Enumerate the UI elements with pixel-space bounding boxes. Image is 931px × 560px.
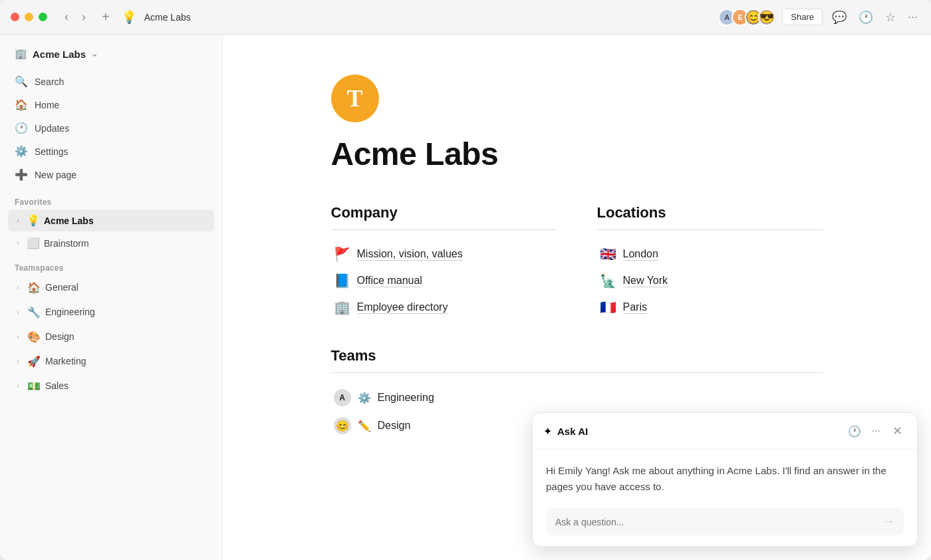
ask-ai-history-button[interactable]: 🕐 bbox=[845, 424, 864, 439]
sidebar-item-label: Settings bbox=[35, 146, 68, 157]
titlebar: ‹ › + 💡 Acme Labs A E 😊 😎 Share 💬 🕐 ☆ ··… bbox=[0, 0, 931, 35]
traffic-lights bbox=[11, 13, 47, 21]
new-tab-button[interactable]: + bbox=[98, 7, 114, 27]
comment-button[interactable]: 💬 bbox=[829, 7, 849, 27]
sidebar-item-label: Updates bbox=[35, 123, 69, 134]
ask-ai-input[interactable] bbox=[555, 517, 877, 527]
workspace-button[interactable]: 🏢 Acme Labs ⌄ bbox=[8, 43, 214, 65]
page-body: T Acme Labs Company 🚩 Mission, vision, v… bbox=[278, 35, 876, 466]
link-label: Office manual bbox=[357, 275, 422, 287]
sidebar-item-settings[interactable]: ⚙️ Settings bbox=[8, 140, 214, 162]
sidebar-item-new-page[interactable]: ➕ New page bbox=[8, 164, 214, 186]
teamspace-general[interactable]: › 🏠 General bbox=[8, 275, 214, 299]
team-label: Design bbox=[378, 420, 411, 432]
favorites-tree: › 💡 Acme Labs › ⬜ Brainstorm bbox=[0, 210, 222, 254]
chevron-right-icon: › bbox=[13, 217, 23, 224]
close-button[interactable] bbox=[11, 13, 19, 21]
link-label: Employee directory bbox=[357, 301, 448, 314]
main-area: 🏢 Acme Labs ⌄ 🔍 Search 🏠 Home 🕐 Updates bbox=[0, 35, 931, 560]
statue-icon: 🗽 bbox=[600, 273, 616, 289]
team-avatar: 😊 bbox=[334, 417, 351, 434]
favorites-label: Favorites bbox=[0, 188, 222, 210]
sidebar-item-search[interactable]: 🔍 Search bbox=[8, 70, 214, 92]
minimize-button[interactable] bbox=[25, 13, 33, 21]
uk-flag-icon: 🇬🇧 bbox=[600, 246, 616, 262]
ask-ai-header: ✦ Ask AI 🕐 ··· ✕ bbox=[533, 413, 917, 450]
teamspace-marketing[interactable]: › 🚀 Marketing bbox=[8, 349, 214, 373]
history-button[interactable]: 🕐 bbox=[856, 7, 876, 27]
teams-title: Teams bbox=[331, 347, 823, 364]
link-london[interactable]: 🇬🇧 London bbox=[597, 241, 823, 267]
settings-icon: ⚙️ bbox=[15, 145, 28, 158]
link-label: Paris bbox=[623, 301, 647, 314]
ask-ai-more-button[interactable]: ··· bbox=[869, 424, 883, 438]
locations-title: Locations bbox=[597, 204, 823, 221]
sidebar: 🏢 Acme Labs ⌄ 🔍 Search 🏠 Home 🕐 Updates bbox=[0, 35, 223, 560]
link-employee-directory[interactable]: 🏢 Employee directory bbox=[331, 294, 557, 321]
maximize-button[interactable] bbox=[39, 13, 47, 21]
chevron-down-icon: ⌄ bbox=[91, 49, 98, 59]
team-engineering[interactable]: A ⚙️ Engineering bbox=[331, 384, 823, 412]
sidebar-item-acme-labs[interactable]: › 💡 Acme Labs bbox=[8, 210, 214, 231]
teamspace-label: Design bbox=[45, 331, 74, 342]
team-avatar: A bbox=[334, 389, 351, 406]
link-new-york[interactable]: 🗽 New York bbox=[597, 267, 823, 294]
teamspace-icon: 🎨 bbox=[27, 329, 41, 344]
tree-item-label: Acme Labs bbox=[44, 215, 94, 226]
workspace-name: Acme Labs bbox=[33, 49, 86, 60]
book-icon: 📘 bbox=[334, 273, 350, 289]
chevron-right-icon: › bbox=[13, 309, 23, 316]
teamspace-label: Marketing bbox=[45, 356, 86, 366]
content-area: T Acme Labs Company 🚩 Mission, vision, v… bbox=[223, 35, 931, 560]
link-mission[interactable]: 🚩 Mission, vision, values bbox=[331, 241, 557, 267]
teamspace-icon: 🔧 bbox=[27, 305, 41, 319]
page-icon: 💡 bbox=[27, 214, 40, 227]
ask-ai-panel: ✦ Ask AI 🕐 ··· ✕ Hi Emily Yang! Ask me a… bbox=[532, 412, 918, 547]
titlebar-actions: A E 😊 😎 Share 💬 🕐 ☆ ··· bbox=[718, 7, 920, 27]
nav-buttons: ‹ › bbox=[61, 7, 90, 27]
teamspace-label: Sales bbox=[45, 380, 68, 391]
ask-ai-input-row: → bbox=[546, 508, 904, 535]
locations-section: Locations 🇬🇧 London 🗽 New York 🇫🇷 bbox=[597, 204, 823, 321]
star-button[interactable]: ☆ bbox=[882, 7, 898, 27]
ask-ai-close-button[interactable]: ✕ bbox=[888, 422, 906, 440]
building-icon: 🏢 bbox=[334, 299, 350, 315]
sidebar-item-home[interactable]: 🏠 Home bbox=[8, 94, 214, 116]
tree-item-label: Brainstorm bbox=[44, 238, 89, 249]
sidebar-item-label: New page bbox=[35, 170, 76, 180]
back-button[interactable]: ‹ bbox=[61, 7, 72, 27]
link-paris[interactable]: 🇫🇷 Paris bbox=[597, 294, 823, 321]
sidebar-nav: 🔍 Search 🏠 Home 🕐 Updates ⚙️ Settings ➕ bbox=[0, 68, 222, 188]
more-button[interactable]: ··· bbox=[905, 7, 920, 27]
teamspace-label: Engineering bbox=[45, 307, 95, 317]
team-icon: ⚙️ bbox=[358, 392, 371, 404]
company-section: Company 🚩 Mission, vision, values 📘 Offi… bbox=[331, 204, 557, 321]
page-icon-header: 💡 bbox=[122, 10, 136, 25]
teamspace-sales[interactable]: › 💵 Sales bbox=[8, 374, 214, 398]
company-divider bbox=[331, 229, 557, 230]
search-icon: 🔍 bbox=[15, 75, 28, 88]
ask-ai-send-button[interactable]: → bbox=[882, 515, 894, 529]
sidebar-item-updates[interactable]: 🕐 Updates bbox=[8, 117, 214, 139]
home-icon: 🏠 bbox=[15, 98, 28, 111]
teamspace-engineering[interactable]: › 🔧 Engineering bbox=[8, 300, 214, 324]
share-button[interactable]: Share bbox=[782, 9, 823, 25]
sidebar-workspace: 🏢 Acme Labs ⌄ bbox=[0, 40, 222, 68]
ask-ai-sparkle-icon: ✦ bbox=[543, 425, 552, 438]
teamspace-design[interactable]: › 🎨 Design bbox=[8, 325, 214, 349]
avatar-group: A E 😊 😎 bbox=[718, 9, 775, 26]
link-label: New York bbox=[623, 275, 668, 287]
chevron-right-icon: › bbox=[13, 333, 23, 341]
sidebar-item-brainstorm[interactable]: › ⬜ Brainstorm bbox=[8, 232, 214, 254]
page-icon-bulb: T bbox=[331, 74, 379, 122]
link-office-manual[interactable]: 📘 Office manual bbox=[331, 267, 557, 294]
chevron-right-icon: › bbox=[13, 382, 23, 390]
teamspace-icon: 🏠 bbox=[27, 280, 41, 295]
teamspace-icon: 🚀 bbox=[27, 354, 41, 368]
locations-divider bbox=[597, 229, 823, 230]
team-icon: ✏️ bbox=[358, 420, 371, 432]
flag-icon: 🚩 bbox=[334, 246, 350, 262]
ask-ai-body: Hi Emily Yang! Ask me about anything in … bbox=[533, 450, 917, 546]
forward-button[interactable]: › bbox=[78, 7, 90, 27]
teams-divider bbox=[331, 372, 823, 373]
